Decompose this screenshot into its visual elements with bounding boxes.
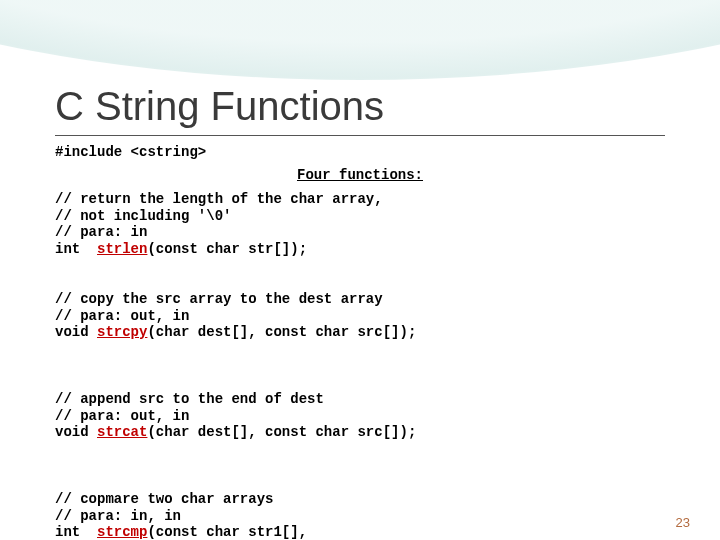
spacer bbox=[55, 266, 665, 283]
comment-line: // para: in, in bbox=[55, 508, 181, 524]
signature-post: (const char str1[], bbox=[147, 524, 307, 540]
fn-block-strlen: // return the length of the char array, … bbox=[55, 191, 665, 258]
fn-block-strcat: // append src to the end of dest // para… bbox=[55, 391, 665, 441]
comment-line: // return the length of the char array, bbox=[55, 191, 383, 207]
comment-line: // para: out, in bbox=[55, 308, 189, 324]
include-directive: #include <cstring> bbox=[55, 144, 665, 161]
fn-name-strcpy: strcpy bbox=[97, 324, 147, 340]
signature-pre: int bbox=[55, 241, 97, 257]
signature-post: (char dest[], const char src[]); bbox=[147, 324, 416, 340]
signature-post: (char dest[], const char src[]); bbox=[147, 424, 416, 440]
comment-line: // not including '\0' bbox=[55, 208, 231, 224]
comment-line: // para: out, in bbox=[55, 408, 189, 424]
subheading: Four functions: bbox=[55, 167, 665, 183]
comment-line: // append src to the end of dest bbox=[55, 391, 324, 407]
comment-line: // para: in bbox=[55, 224, 147, 240]
fn-name-strcmp: strcmp bbox=[97, 524, 147, 540]
signature-pre: void bbox=[55, 424, 97, 440]
slide-title: C String Functions bbox=[55, 0, 665, 136]
slide-content: C String Functions #include <cstring> Fo… bbox=[0, 0, 720, 540]
fn-name-strcat: strcat bbox=[97, 424, 147, 440]
fn-block-strcpy: // copy the src array to the dest array … bbox=[55, 291, 665, 341]
fn-name-strlen: strlen bbox=[97, 241, 147, 257]
spacer bbox=[55, 349, 665, 383]
fn-block-strcmp: // copmare two char arrays // para: in, … bbox=[55, 491, 665, 540]
comment-line: // copy the src array to the dest array bbox=[55, 291, 383, 307]
page-number: 23 bbox=[676, 515, 690, 530]
comment-line: // copmare two char arrays bbox=[55, 491, 273, 507]
signature-post: (const char str[]); bbox=[147, 241, 307, 257]
signature-pre: void bbox=[55, 324, 97, 340]
signature-pre: int bbox=[55, 524, 97, 540]
spacer bbox=[55, 449, 665, 483]
